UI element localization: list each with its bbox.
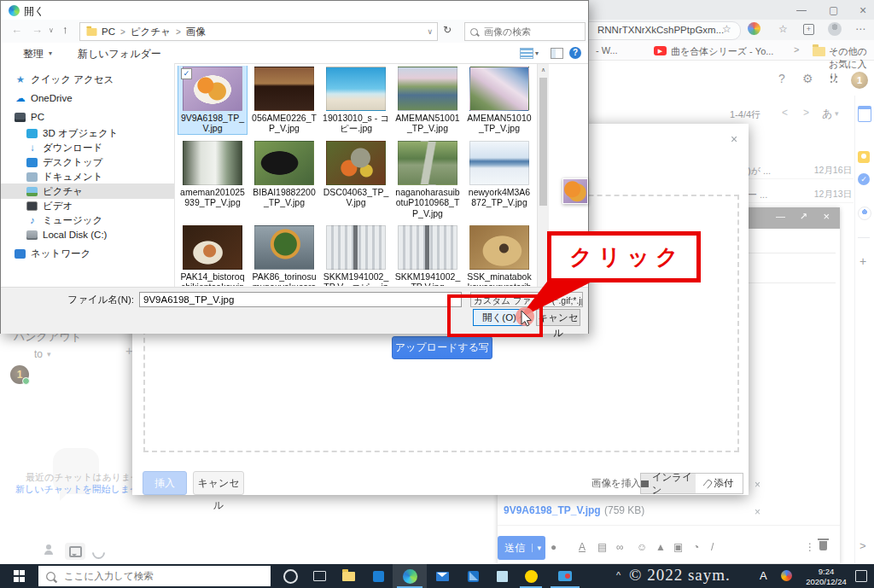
calendar-icon[interactable]: [858, 106, 871, 122]
organize-button[interactable]: 整理: [23, 47, 44, 61]
file-item[interactable]: PAK86_torinosumunouyakusarad: [250, 224, 318, 286]
sticky-notes-button[interactable]: [488, 564, 516, 588]
formatting-options-icon[interactable]: ●: [551, 541, 556, 553]
sidebar-item-desktop[interactable]: デスクトップ: [1, 154, 174, 170]
file-item[interactable]: ameman201025939_TP_V.jpg: [178, 140, 247, 218]
gmail-help-icon[interactable]: ?: [778, 72, 785, 85]
signature-pen-icon[interactable]: /: [711, 541, 714, 553]
compose-row-close-icon[interactable]: ×: [755, 479, 760, 491]
cortana-button[interactable]: [275, 564, 306, 588]
insert-emoji-icon[interactable]: ☺: [637, 541, 647, 553]
breadcrumb-folder[interactable]: ピクチャ: [131, 26, 171, 38]
collections-icon[interactable]: +: [803, 24, 814, 35]
contacts-icon[interactable]: [858, 207, 871, 220]
file-item[interactable]: 056AME0226_TP_V.jpg: [250, 66, 318, 134]
task-view-button[interactable]: [306, 564, 333, 588]
file-item[interactable]: SSK_minatabokkowosururetoribar: [465, 224, 533, 286]
file-explorer-button[interactable]: [333, 564, 364, 588]
file-item[interactable]: BIBAI19882200_TP_V.jpg: [250, 140, 318, 218]
tasks-icon[interactable]: ✓: [858, 173, 870, 185]
gmail-profile-avatar[interactable]: 1: [851, 72, 868, 89]
attachment-filename[interactable]: 9V9A6198_TP_V.jpg: [504, 504, 601, 516]
file-item[interactable]: PAK14_bistoroqchikientoakawine: [178, 224, 247, 286]
refresh-icon[interactable]: ↻: [443, 24, 452, 36]
insert-photo-icon[interactable]: ▣: [673, 541, 683, 553]
dialog-help-icon[interactable]: ?: [569, 47, 581, 59]
hangouts-phone-icon[interactable]: [90, 544, 108, 562]
file-item[interactable]: naganoharasuibotuP1010968_TP_V.jpg: [393, 140, 462, 218]
gmail-lang-dropdown-icon[interactable]: ▾: [835, 109, 839, 118]
taskbar-search[interactable]: [38, 566, 271, 586]
file-item[interactable]: newyork4M3A6872_TP_V.jpg: [465, 140, 533, 218]
insert-button[interactable]: 挿入: [143, 471, 187, 495]
gmail-settings-icon[interactable]: ⚙: [802, 72, 813, 85]
sidebar-item-pictures[interactable]: ピクチャ: [1, 183, 174, 199]
tray-expand-icon[interactable]: ^: [616, 570, 621, 580]
news-weather-icon[interactable]: [781, 570, 792, 581]
filename-input[interactable]: [139, 292, 462, 307]
view-mode-icon[interactable]: [520, 48, 533, 59]
google-apps-icon[interactable]: [829, 74, 839, 84]
file-item-selected[interactable]: ✓9V9A6198_TP_V.jpg: [178, 66, 247, 134]
attach-file-icon[interactable]: ▤: [597, 541, 607, 553]
forward-icon[interactable]: →: [32, 23, 43, 36]
sidebar-item-downloads[interactable]: ↓ダウンロード: [1, 140, 174, 155]
discard-draft-icon[interactable]: [819, 541, 827, 550]
compose-close-icon[interactable]: ×: [823, 210, 830, 223]
file-item[interactable]: SKKM1941002_TP V - コピー.jpg: [322, 224, 390, 286]
drive-icon[interactable]: ▲: [656, 541, 666, 553]
extension-icon[interactable]: [748, 22, 760, 35]
hangouts-contacts-icon[interactable]: [44, 544, 53, 555]
history-dropdown-icon[interactable]: ∨: [49, 26, 54, 34]
new-folder-button[interactable]: 新しいフォルダー: [78, 47, 161, 61]
bookmark-star-icon[interactable]: ☆: [722, 23, 731, 35]
favorite-item-2[interactable]: 曲を合体シリーズ - Yo...: [671, 45, 773, 58]
send-button[interactable]: 送信 ▾: [498, 536, 545, 560]
confidential-mode-icon[interactable]: ◔: [693, 541, 699, 553]
hangouts-to-dropdown-icon[interactable]: ▾: [47, 350, 51, 358]
search-input[interactable]: [482, 26, 575, 38]
favorites-overflow-icon[interactable]: >: [794, 44, 799, 55]
gmail-next-icon[interactable]: >: [803, 107, 809, 119]
ime-indicator[interactable]: A: [760, 569, 767, 582]
scrollbar-up-icon[interactable]: ∧: [538, 67, 549, 73]
taskbar-clock[interactable]: 9:24 2020/12/24: [802, 567, 850, 587]
back-icon[interactable]: ←: [11, 23, 22, 36]
keep-icon[interactable]: [858, 151, 870, 163]
inline-option-button[interactable]: インライン: [640, 473, 696, 494]
breadcrumb-subfolder[interactable]: 画像: [186, 26, 206, 38]
more-options-icon[interactable]: ⋮: [805, 541, 815, 553]
attach-option-button[interactable]: 添付: [696, 473, 743, 494]
breadcrumb-root[interactable]: PC: [102, 26, 115, 37]
sidebar-item-quick-access[interactable]: ★クイック アクセス: [1, 72, 174, 87]
file-item[interactable]: AMEMAN51001_TP_V.jpg: [393, 66, 462, 134]
send-dropdown-icon[interactable]: ▾: [532, 544, 545, 552]
sidebar-item-pc[interactable]: PC: [1, 109, 174, 125]
side-panel-collapse-icon[interactable]: >: [859, 539, 866, 552]
view-dropdown-icon[interactable]: ▾: [535, 49, 539, 57]
sidebar-item-videos[interactable]: ビデオ: [1, 198, 174, 213]
window-minimize-button[interactable]: —: [796, 4, 807, 16]
mail-button[interactable]: [427, 564, 457, 588]
sidebar-item-music[interactable]: ♪ミュージック: [1, 212, 174, 228]
address-breadcrumb[interactable]: PC > ピクチャ > 画像 ∨: [79, 22, 438, 41]
search-box[interactable]: [464, 22, 586, 41]
email-row[interactable]: ー ... 12月13日: [748, 189, 854, 201]
edge-button[interactable]: [393, 564, 427, 588]
taskbar-search-input[interactable]: [62, 570, 253, 582]
sidebar-item-3d-objects[interactable]: 3D オブジェクト: [1, 125, 174, 141]
select-photos-button[interactable]: アップロードする写真を選択: [392, 336, 492, 359]
window-maximize-button[interactable]: ▢: [829, 4, 838, 16]
favorites-icon[interactable]: ☆: [778, 23, 788, 35]
gmail-lang-button[interactable]: あ: [822, 107, 832, 121]
organize-dropdown-icon[interactable]: ▾: [49, 49, 52, 57]
browser-menu-icon[interactable]: ⋯: [855, 23, 865, 35]
recorder-button[interactable]: [546, 564, 584, 588]
selection-checkbox[interactable]: ✓: [181, 68, 192, 79]
preview-pane-icon[interactable]: [551, 48, 563, 59]
store-button[interactable]: [364, 564, 393, 588]
profile-avatar[interactable]: [828, 22, 842, 36]
hangouts-avatar[interactable]: 1: [10, 365, 29, 384]
scrollbar-thumb[interactable]: [539, 78, 547, 206]
upload-dialog-close-icon[interactable]: ×: [731, 132, 737, 146]
